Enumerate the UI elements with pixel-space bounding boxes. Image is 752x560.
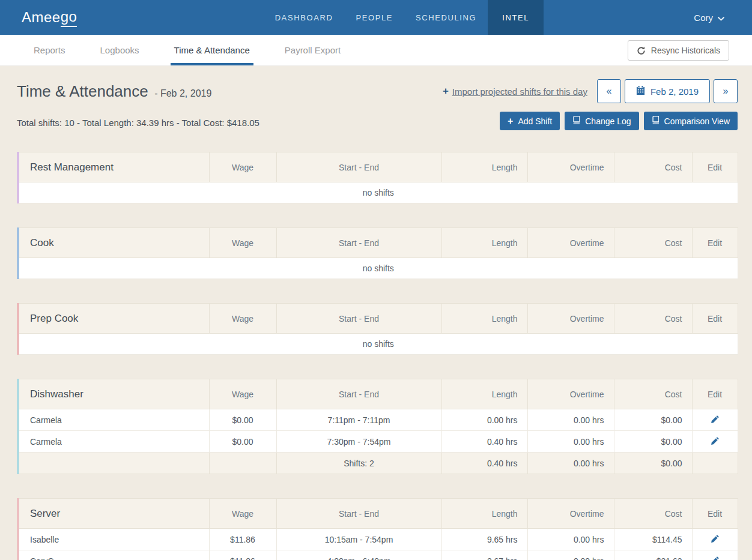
table-header-row: Dishwasher WageStart - EndLengthOvertime…: [19, 379, 738, 409]
section-tabbar: ReportsLogbooksTime & AttendancePayroll …: [0, 35, 752, 66]
role-name: Cook: [19, 228, 209, 258]
add-shift-label: Add Shift: [518, 116, 552, 126]
page-title: Time & Attendance: [17, 82, 148, 100]
main-nav: DASHBOARDPEOPLESCHEDULINGINTEL: [113, 0, 694, 35]
table-header-row: Cook WageStart - EndLengthOvertimeCostEd…: [19, 228, 738, 258]
start-end-value: 7:30pm - 7:54pm: [276, 431, 441, 453]
table-header-row: Prep Cook WageStart - EndLengthOvertimeC…: [19, 304, 738, 334]
employee-name: Isabelle: [19, 529, 209, 550]
change-log-label: Change Log: [585, 116, 631, 126]
col-header-start-end: Start - End: [276, 304, 441, 334]
import-projected-shifts-link[interactable]: + Import projected shifts for this day: [443, 85, 587, 97]
comparison-view-label: Comparison View: [664, 116, 730, 126]
length-value: 0.40 hrs: [441, 431, 527, 453]
user-menu[interactable]: Cory: [694, 0, 752, 35]
plus-icon: +: [443, 85, 449, 97]
tab-payroll-export[interactable]: Payroll Export: [281, 35, 344, 65]
app-viewport: Ameego DASHBOARDPEOPLESCHEDULINGINTEL Co…: [0, 0, 752, 560]
col-header-length: Length: [441, 379, 527, 409]
overtime-value: 0.00 hrs: [527, 529, 614, 550]
totals-summary: Total shifts: 10 - Total Length: 34.39 h…: [17, 118, 259, 130]
col-header-cost: Cost: [614, 152, 692, 182]
cost-value: $0.00: [614, 431, 692, 453]
employee-name: CoryC: [19, 550, 209, 560]
employee-name: Carmela: [19, 409, 209, 431]
brand-logo[interactable]: Ameego: [0, 0, 77, 35]
page-date: - Feb 2, 2019: [154, 88, 211, 98]
length-value: 0.00 hrs: [441, 409, 527, 431]
table-header-row: Rest Management WageStart - EndLengthOve…: [19, 152, 738, 182]
col-header-wage: Wage: [209, 228, 276, 258]
col-header-edit: Edit: [692, 228, 738, 258]
tab-row: ReportsLogbooksTime & AttendancePayroll …: [30, 35, 372, 65]
tab-time-attendance[interactable]: Time & Attendance: [171, 35, 253, 65]
book-icon: [652, 116, 660, 126]
overtime-value: 0.00 hrs: [527, 550, 614, 560]
resync-label: Resync Historicals: [651, 46, 720, 55]
comparison-view-button[interactable]: Comparison View: [644, 112, 738, 130]
action-buttons: + Add Shift Change Log Comparison View: [500, 112, 738, 130]
prev-day-button[interactable]: «: [597, 79, 621, 103]
role-name: Rest Management: [19, 152, 209, 182]
date-picker-button[interactable]: Feb 2, 2019: [625, 79, 710, 103]
wage-value: $0.00: [209, 409, 276, 431]
cost-value: $0.00: [614, 409, 692, 431]
page-title-block: Time & Attendance - Feb 2, 2019: [17, 82, 211, 101]
calendar-icon: [636, 86, 645, 97]
change-log-button[interactable]: Change Log: [565, 112, 638, 130]
shift-row: Carmela $0.00 7:11pm - 7:11pm 0.00 hrs 0…: [19, 409, 738, 431]
length-value: 2.67 hrs: [441, 550, 527, 560]
col-header-length: Length: [441, 228, 527, 258]
length-value: 9.65 hrs: [441, 529, 527, 550]
col-header-edit: Edit: [692, 379, 738, 409]
shift-row: Isabelle $11.86 10:15am - 7:54pm 9.65 hr…: [19, 529, 738, 550]
col-header-overtime: Overtime: [527, 228, 614, 258]
role-name: Prep Cook: [19, 304, 209, 334]
tab-reports[interactable]: Reports: [30, 35, 69, 65]
col-header-cost: Cost: [614, 379, 692, 409]
chevron-down-icon: [718, 13, 724, 23]
shift-row: CoryC $11.86 4:00pm - 6:40pm 2.67 hrs 0.…: [19, 550, 738, 560]
tab-logbooks[interactable]: Logbooks: [97, 35, 143, 65]
overtime-value: 0.00 hrs: [527, 409, 614, 431]
add-shift-button[interactable]: + Add Shift: [500, 112, 560, 130]
role-table: Server WageStart - EndLengthOvertimeCost…: [17, 498, 738, 560]
shift-row: Carmela $0.00 7:30pm - 7:54pm 0.40 hrs 0…: [19, 431, 738, 453]
col-header-cost: Cost: [614, 499, 692, 529]
no-shifts-row: no shifts: [19, 334, 738, 355]
role-name: Dishwasher: [19, 379, 209, 409]
nav-item-people[interactable]: PEOPLE: [344, 0, 404, 35]
edit-pencil-icon[interactable]: [711, 436, 720, 445]
employee-name: Carmela: [19, 431, 209, 453]
next-day-button[interactable]: »: [714, 79, 738, 103]
wage-value: $0.00: [209, 431, 276, 453]
role-table: Prep Cook WageStart - EndLengthOvertimeC…: [17, 303, 738, 355]
edit-pencil-icon[interactable]: [711, 556, 720, 560]
import-link-label: Import projected shifts for this day: [452, 86, 587, 97]
cost-value: $31.63: [614, 550, 692, 560]
start-end-value: 10:15am - 7:54pm: [276, 529, 441, 550]
page-content: Time & Attendance - Feb 2, 2019 + Import…: [0, 66, 752, 560]
col-header-length: Length: [441, 499, 527, 529]
user-name: Cory: [694, 13, 713, 23]
nav-item-intel[interactable]: INTEL: [488, 0, 544, 35]
edit-pencil-icon[interactable]: [711, 415, 720, 424]
nav-item-scheduling[interactable]: SCHEDULING: [404, 0, 488, 35]
wage-value: $11.86: [209, 529, 276, 550]
table-header-row: Server WageStart - EndLengthOvertimeCost…: [19, 499, 738, 529]
nav-item-dashboard[interactable]: DASHBOARD: [264, 0, 345, 35]
no-shifts-row: no shifts: [19, 258, 738, 279]
col-header-start-end: Start - End: [276, 228, 441, 258]
edit-pencil-icon[interactable]: [711, 534, 720, 543]
top-navbar: Ameego DASHBOARDPEOPLESCHEDULINGINTEL Co…: [0, 0, 752, 35]
role-tables: Rest Management WageStart - EndLengthOve…: [17, 152, 738, 560]
col-header-overtime: Overtime: [527, 379, 614, 409]
role-table: Dishwasher WageStart - EndLengthOvertime…: [17, 379, 738, 474]
col-header-length: Length: [441, 152, 527, 182]
book-icon: [572, 116, 580, 126]
col-header-overtime: Overtime: [527, 304, 614, 334]
col-header-overtime: Overtime: [527, 499, 614, 529]
resync-historicals-button[interactable]: Resync Historicals: [628, 40, 729, 61]
start-end-value: 7:11pm - 7:11pm: [276, 409, 441, 431]
role-table: Cook WageStart - EndLengthOvertimeCostEd…: [17, 227, 738, 279]
